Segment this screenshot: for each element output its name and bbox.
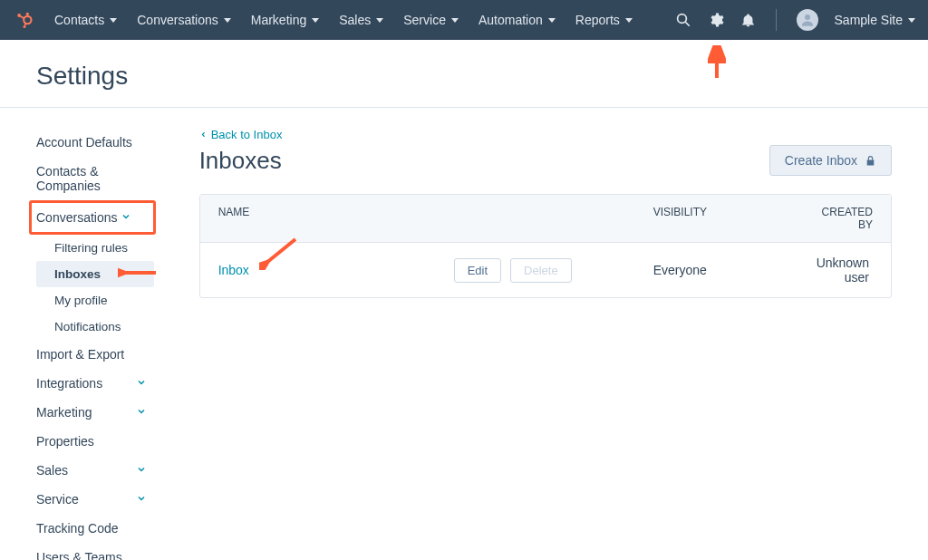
col-name: NAME — [218, 206, 653, 231]
nav-item-conversations[interactable]: Conversations — [137, 13, 231, 27]
sidebar-subitem-inboxes[interactable]: Inboxes — [36, 261, 154, 287]
sidebar-item-sales[interactable]: Sales — [36, 456, 163, 485]
inboxes-table: NAME VISIBILITY CREATED BY Inbox Edit De… — [199, 194, 892, 298]
annotation-arrow-inboxes — [118, 265, 158, 281]
svg-line-5 — [20, 16, 24, 18]
nav-divider — [776, 9, 777, 31]
chevron-down-icon — [136, 376, 147, 391]
main-content: Back to Inbox Inboxes Create Inbox NAME … — [163, 108, 928, 560]
lock-icon — [865, 155, 876, 167]
nav-right: Sample Site — [675, 9, 915, 31]
main-title: Inboxes — [199, 147, 282, 175]
chevron-down-icon — [136, 463, 147, 478]
avatar[interactable] — [797, 9, 818, 31]
sidebar-item-tracking-code[interactable]: Tracking Code — [36, 514, 163, 543]
create-inbox-label: Create Inbox — [785, 153, 857, 168]
row-visibility: Everyone — [653, 263, 817, 277]
nav-items: Contacts Conversations Marketing Sales S… — [54, 13, 675, 27]
sidebar-item-conversations[interactable]: Conversations — [36, 203, 148, 232]
edit-button[interactable]: Edit — [454, 258, 501, 283]
sidebar-item-account-defaults[interactable]: Account Defaults — [36, 128, 163, 157]
row-created-by: Unknown user — [817, 256, 873, 285]
col-created-by: CREATED BY — [817, 206, 873, 231]
svg-point-3 — [24, 25, 26, 28]
sidebar-item-label: Integrations — [36, 376, 102, 391]
search-icon[interactable] — [675, 12, 691, 28]
nav-item-contacts[interactable]: Contacts — [54, 13, 117, 27]
nav-item-reports[interactable]: Reports — [575, 13, 633, 27]
nav-item-service[interactable]: Service — [403, 13, 459, 27]
sidebar-item-import-export[interactable]: Import & Export — [36, 340, 163, 369]
row-name-link[interactable]: Inbox — [218, 263, 454, 277]
svg-point-1 — [26, 13, 29, 15]
nav-item-automation[interactable]: Automation — [478, 13, 556, 27]
table-header: NAME VISIBILITY CREATED BY — [200, 195, 891, 243]
row-name-text: Inbox — [218, 263, 249, 277]
svg-point-0 — [24, 16, 31, 24]
conversations-subitems: Filtering rules Inboxes My profile Notif… — [36, 235, 163, 340]
delete-button: Delete — [510, 258, 572, 283]
col-visibility: VISIBILITY — [653, 206, 817, 231]
chevron-down-icon — [136, 405, 147, 420]
sidebar-item-label: Sales — [36, 463, 68, 478]
hubspot-logo[interactable] — [13, 8, 36, 32]
svg-line-12 — [266, 239, 295, 263]
sidebar-item-label: Conversations — [36, 210, 118, 225]
chevron-down-icon — [136, 492, 147, 507]
sidebar-subitem-notifications[interactable]: Notifications — [45, 314, 163, 340]
sidebar-item-service[interactable]: Service — [36, 485, 163, 514]
back-to-inbox-link[interactable]: Back to Inbox — [199, 128, 892, 141]
svg-line-6 — [24, 23, 25, 25]
sidebar-item-label: Marketing — [36, 405, 92, 420]
sidebar-item-users-teams[interactable]: Users & Teams — [36, 543, 163, 560]
sidebar-item-integrations[interactable]: Integrations — [36, 369, 163, 398]
top-nav: Contacts Conversations Marketing Sales S… — [0, 0, 928, 40]
nav-item-sales[interactable]: Sales — [339, 13, 383, 27]
site-switcher[interactable]: Sample Site — [835, 13, 915, 27]
chevron-down-icon — [121, 210, 131, 225]
nav-item-marketing[interactable]: Marketing — [251, 13, 319, 27]
sidebar-subitem-label: Inboxes — [54, 267, 101, 281]
sidebar-subitem-filtering-rules[interactable]: Filtering rules — [45, 235, 163, 261]
annotation-arrow-inbox-row — [259, 237, 299, 270]
annotation-highlight-conversations: Conversations — [29, 200, 156, 235]
table-row: Inbox Edit Delete Everyone Unknown user — [200, 243, 891, 297]
row-actions: Edit Delete — [454, 258, 653, 283]
sidebar-item-contacts-companies[interactable]: Contacts & Companies — [36, 157, 163, 200]
svg-line-8 — [685, 22, 690, 26]
sidebar-item-marketing[interactable]: Marketing — [36, 398, 163, 427]
bell-icon[interactable] — [740, 13, 756, 28]
page-heading-wrap: Settings — [0, 40, 928, 108]
chevron-left-icon — [199, 130, 208, 139]
svg-point-7 — [677, 14, 686, 24]
svg-point-9 — [805, 14, 810, 20]
create-inbox-button[interactable]: Create Inbox — [769, 145, 892, 176]
sidebar-item-label: Service — [36, 492, 79, 507]
page-title: Settings — [36, 62, 892, 91]
settings-sidebar: Account Defaults Contacts & Companies Co… — [0, 108, 163, 560]
sidebar-subitem-my-profile[interactable]: My profile — [45, 287, 163, 314]
gear-icon[interactable] — [708, 12, 724, 28]
sidebar-item-properties[interactable]: Properties — [36, 427, 163, 456]
back-link-label: Back to Inbox — [211, 128, 283, 141]
